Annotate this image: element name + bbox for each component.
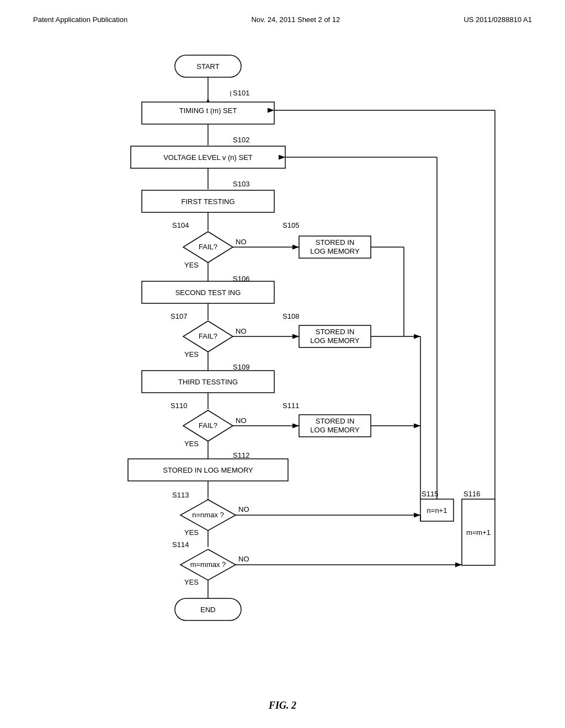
svg-text:S116: S116 <box>463 490 480 498</box>
svg-text:NO: NO <box>236 238 247 246</box>
svg-text:S115: S115 <box>422 490 438 498</box>
svg-text:S111: S111 <box>282 402 299 410</box>
svg-text:S114: S114 <box>172 540 189 549</box>
svg-text:STORED IN: STORED IN <box>316 417 355 425</box>
svg-text:LOG  MEMORY: LOG MEMORY <box>310 247 360 255</box>
header-center: Nov. 24, 2011 Sheet 2 of 12 <box>251 15 340 24</box>
header-right: US 2011/0288810 A1 <box>463 15 532 24</box>
figure-caption: FIG. 2 <box>0 700 565 711</box>
svg-text:S109: S109 <box>233 363 249 371</box>
svg-text:S101: S101 <box>233 89 249 97</box>
s103-label: FIRST TESTING <box>181 197 234 206</box>
svg-text:S104: S104 <box>172 221 189 229</box>
s104-label: FAIL? <box>199 243 217 251</box>
page: Patent Application Publication Nov. 24, … <box>0 0 565 728</box>
fig-caption-text: FIG. 2 <box>269 700 296 711</box>
s116-label: m=m+1 <box>466 528 491 537</box>
s114-label: m=mmax ? <box>190 560 226 569</box>
s112-label: STORED IN LOG MEMORY <box>163 466 253 474</box>
svg-text:YES: YES <box>184 261 199 269</box>
svg-text:STORED IN: STORED IN <box>316 238 355 247</box>
svg-text:S105: S105 <box>282 221 299 229</box>
svg-text:NO: NO <box>238 555 249 563</box>
end-label: END <box>200 606 215 614</box>
svg-text:S107: S107 <box>170 312 187 320</box>
svg-text:NO: NO <box>238 505 249 513</box>
s113-label: n=nmax ? <box>192 511 223 519</box>
s106-label: SECOND TEST ING <box>175 288 241 297</box>
svg-text:S113: S113 <box>172 491 189 499</box>
start-label: START <box>196 62 219 71</box>
flowchart-svg: START S101 TIMING t (m) SET S102 VOLTAGE… <box>33 39 532 689</box>
svg-text:YES: YES <box>184 528 199 537</box>
svg-text:NO: NO <box>236 327 247 335</box>
svg-text:S103: S103 <box>233 180 249 188</box>
s101-label-line1: TIMING t (m) SET <box>179 106 237 115</box>
svg-text:YES: YES <box>184 350 199 358</box>
svg-text:STORED IN: STORED IN <box>316 328 355 336</box>
svg-text:YES: YES <box>184 440 199 448</box>
svg-text:S102: S102 <box>233 136 249 144</box>
svg-text:NO: NO <box>236 416 247 425</box>
svg-text:LOG  MEMORY: LOG MEMORY <box>310 336 360 345</box>
svg-text:S112: S112 <box>233 451 249 459</box>
s107-label: FAIL? <box>199 332 217 340</box>
s110-label: FAIL? <box>199 421 217 430</box>
flowchart-container: START S101 TIMING t (m) SET S102 VOLTAGE… <box>33 39 532 689</box>
svg-text:LOG  MEMORY: LOG MEMORY <box>310 426 360 434</box>
s109-label: THIRD TESSTING <box>178 378 238 386</box>
header-left: Patent Application Publication <box>33 15 127 24</box>
svg-text:YES: YES <box>184 578 199 586</box>
header: Patent Application Publication Nov. 24, … <box>0 0 565 24</box>
s115-label: n=n+1 <box>427 506 447 515</box>
svg-text:S110: S110 <box>170 402 187 410</box>
s102-label: VOLTAGE LEVEL v (n) SET <box>163 153 253 162</box>
svg-text:S108: S108 <box>282 312 299 320</box>
